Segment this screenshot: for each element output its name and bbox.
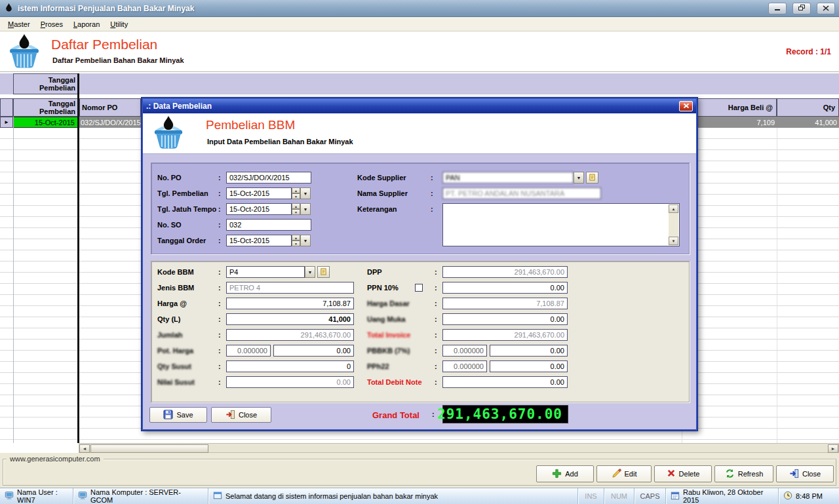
- total-invoice-label: Total Invoice: [367, 331, 410, 339]
- tgl-jatuh-tempo-spinner[interactable]: ▲▼: [292, 203, 300, 215]
- ppn-checkbox[interactable]: [415, 284, 423, 292]
- nama-supplier-input: PT. PETRO ANDALAN NUSANTARA: [442, 187, 601, 199]
- menu-utility[interactable]: Utility: [105, 18, 133, 30]
- status-computer-label: Nama Komputer : SERVER-GCOM: [90, 488, 203, 504]
- no-so-input[interactable]: 032: [226, 219, 311, 231]
- grid-group-header-cell[interactable]: Tanggal Pembelian: [13, 73, 78, 94]
- harga-input[interactable]: 7,108.87: [226, 298, 354, 309]
- kode-supplier-lookup-button[interactable]: [586, 172, 598, 184]
- titlebar[interactable]: istem Informasi Penjualan Bahan Bakar Mi…: [0, 0, 839, 17]
- delete-icon: [667, 469, 676, 479]
- tanggal-order-dropdown[interactable]: ▼: [300, 235, 311, 246]
- tanggal-order-spinner[interactable]: ▲▼: [292, 235, 300, 246]
- grid-header-nomor-po[interactable]: Nomor PO: [79, 98, 141, 117]
- uang-muka-input[interactable]: 0.00: [442, 313, 568, 325]
- delete-button[interactable]: Delete: [654, 465, 712, 482]
- kode-bbm-combo[interactable]: P4: [226, 266, 305, 278]
- close-window-button[interactable]: [817, 3, 835, 14]
- close-dialog-button[interactable]: Close: [211, 407, 271, 423]
- pph22-label: PPh22: [367, 362, 389, 370]
- edit-button[interactable]: Edit: [596, 465, 652, 482]
- tgl-pembelian-spinner[interactable]: ▲▼: [292, 187, 300, 199]
- colon: :: [435, 268, 437, 276]
- total-debit-note-input[interactable]: 0.00: [442, 376, 568, 388]
- scroll-up-icon[interactable]: ▲: [669, 204, 678, 213]
- dialog-titlebar[interactable]: .: Data Pembelian: [143, 99, 696, 113]
- dialog-title: .: Data Pembelian: [146, 102, 212, 111]
- add-icon: [552, 469, 562, 480]
- spin-up-icon[interactable]: ▲: [292, 187, 300, 193]
- window-title: istem Informasi Penjualan Bahan Bakar Mi…: [18, 4, 762, 13]
- tgl-pembelian-dropdown[interactable]: ▼: [300, 187, 311, 199]
- tgl-jatuh-tempo-dropdown[interactable]: ▼: [300, 203, 311, 215]
- clock-icon: [783, 491, 792, 501]
- spin-up-icon[interactable]: ▲: [292, 235, 300, 241]
- cell-qty[interactable]: 41,000: [777, 117, 837, 128]
- scroll-down-icon[interactable]: ▼: [669, 237, 678, 245]
- add-button[interactable]: Add: [536, 465, 594, 482]
- tgl-jatuh-tempo-input[interactable]: 15-Oct-2015: [226, 203, 292, 215]
- spin-down-icon[interactable]: ▼: [292, 241, 300, 246]
- no-po-input[interactable]: 032/SJ/DO/X/2015: [226, 172, 311, 184]
- close-list-button[interactable]: Close: [776, 465, 834, 482]
- no-so-label: No. SO: [157, 221, 182, 229]
- pot-harga-input[interactable]: 0.00: [273, 345, 354, 357]
- qty-input[interactable]: 41,000: [226, 313, 354, 325]
- colon: :: [218, 315, 221, 323]
- colon: :: [432, 410, 435, 418]
- jumlah-label: Jumlah: [157, 331, 183, 339]
- jumlah-input: 291,463,670.00: [226, 329, 354, 341]
- status-ins: INS: [578, 488, 604, 504]
- dialog-close-button[interactable]: [679, 101, 693, 111]
- menu-proses[interactable]: Proses: [35, 18, 68, 30]
- colon: :: [431, 205, 433, 213]
- menu-laporan[interactable]: Laporan: [68, 18, 105, 30]
- menu-master[interactable]: Master: [3, 18, 35, 30]
- ppn-input[interactable]: 0.00: [442, 282, 568, 294]
- page-title: Daftar Pembelian: [51, 37, 157, 52]
- scroll-left-icon[interactable]: ◄: [79, 444, 90, 453]
- scroll-right-icon[interactable]: ►: [828, 444, 838, 453]
- keterangan-scrollbar[interactable]: ▲▼: [669, 204, 678, 245]
- pph22-rate-input[interactable]: 0.000000: [442, 360, 487, 372]
- kode-supplier-dropdown[interactable]: ▼: [574, 172, 584, 184]
- cell-tanggal-pembelian[interactable]: 15-Oct-2015: [13, 117, 78, 128]
- refresh-button[interactable]: Refresh: [714, 465, 773, 482]
- lookup-icon: [589, 174, 596, 182]
- tgl-pembelian-input[interactable]: 15-Oct-2015: [226, 187, 292, 199]
- grid-frozen-divider[interactable]: [77, 73, 79, 443]
- grid-header-qty[interactable]: Qty: [777, 98, 839, 117]
- app-icon: [4, 3, 14, 14]
- pot-harga-rate-input[interactable]: 0.000000: [226, 345, 271, 357]
- pot-harga-label: Pot. Harga: [157, 347, 193, 355]
- pbbkb-rate-input[interactable]: 0.000000: [442, 345, 487, 357]
- kode-supplier-combo[interactable]: PAN: [442, 172, 574, 184]
- grid-hscrollbar[interactable]: ◄ ►: [79, 443, 839, 453]
- status-computer: Nama Komputer : SERVER-GCOM: [73, 488, 208, 504]
- cell-nomor-po[interactable]: 032/SJ/DO/X/2015: [81, 117, 141, 128]
- save-button[interactable]: Save: [149, 407, 207, 423]
- spin-down-icon[interactable]: ▼: [292, 193, 300, 199]
- minimize-button[interactable]: [768, 3, 787, 14]
- page-header: Daftar Pembelian Daftar Pembelian Bahan …: [0, 31, 839, 72]
- hscroll-thumb[interactable]: [90, 444, 208, 453]
- grid-header-tanggal[interactable]: Tanggal Pembelian: [13, 98, 78, 117]
- restore-button[interactable]: [792, 3, 811, 14]
- website-label: www.generasicomputer.com: [7, 455, 104, 463]
- row-selector-icon[interactable]: ►: [0, 117, 13, 128]
- qty-susut-input[interactable]: 0: [226, 360, 354, 372]
- kode-bbm-lookup-button[interactable]: [317, 266, 330, 278]
- tanggal-order-input[interactable]: 15-Oct-2015: [226, 235, 292, 246]
- grand-total-display: 291,463,670.00: [442, 405, 568, 423]
- spin-down-icon[interactable]: ▼: [292, 209, 300, 215]
- record-counter: Record : 1/1: [786, 47, 831, 56]
- cart-oil-icon: [151, 115, 186, 152]
- pph22-input[interactable]: 0.00: [490, 360, 568, 372]
- spin-up-icon[interactable]: ▲: [292, 203, 300, 209]
- save-button-label: Save: [176, 411, 193, 419]
- keterangan-textarea[interactable]: ▲▼: [442, 203, 680, 246]
- kode-bbm-dropdown[interactable]: ▼: [305, 266, 315, 278]
- status-user: Nama User : WIN7: [0, 488, 73, 504]
- delete-button-label: Delete: [679, 470, 700, 478]
- pbbkb-input[interactable]: 0.00: [490, 345, 568, 357]
